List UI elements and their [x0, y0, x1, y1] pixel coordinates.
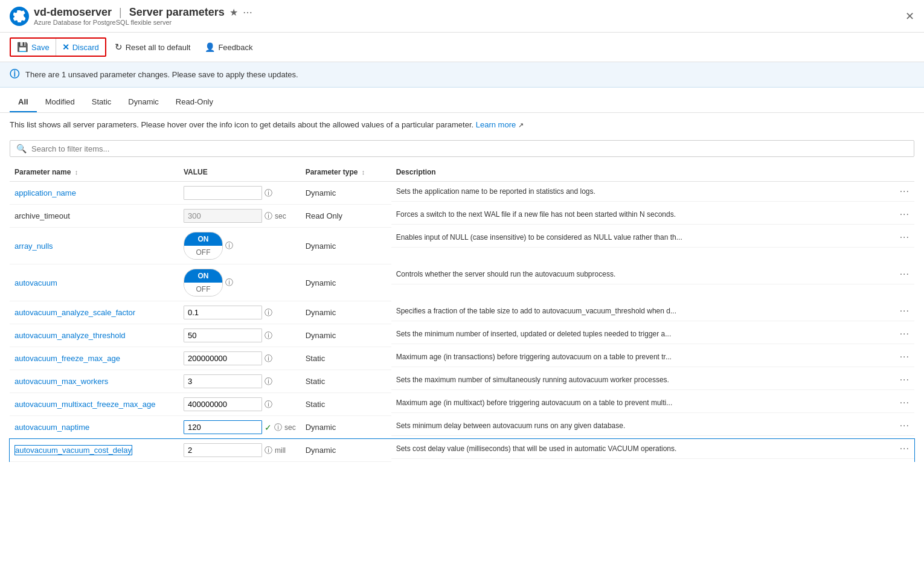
search-input[interactable]: [31, 144, 908, 153]
more-options-icon[interactable]: ⋯: [243, 7, 252, 18]
info-icon[interactable]: ⓘ: [265, 376, 272, 387]
discard-button[interactable]: ✕ Discard: [56, 39, 105, 56]
param-name-link[interactable]: autovacuum: [14, 278, 57, 287]
info-icon[interactable]: ⓘ: [265, 445, 272, 456]
info-icon[interactable]: ⓘ: [274, 422, 282, 433]
info-icon[interactable]: ⓘ: [265, 399, 272, 410]
row-context-menu[interactable]: ···: [900, 351, 910, 362]
value-input[interactable]: [184, 374, 262, 388]
param-name-link[interactable]: array_nulls: [14, 242, 53, 251]
external-link-icon: ↗: [518, 121, 524, 129]
param-name-link[interactable]: autovacuum_naptime: [14, 423, 89, 432]
value-input[interactable]: [184, 420, 262, 434]
search-wrapper[interactable]: 🔍: [10, 140, 914, 157]
toggle-switch[interactable]: ONOFF: [184, 232, 223, 260]
description-text: This list shows all server parameters. P…: [0, 113, 924, 136]
reset-button[interactable]: ↻ Reset all to default: [109, 39, 197, 56]
header-title-group: vd-demoserver | Server parameters ★ ⋯ Az…: [34, 6, 252, 26]
unit-label: mill: [275, 446, 286, 455]
param-type-cell: Static: [301, 347, 391, 370]
tab-all[interactable]: All: [10, 92, 37, 112]
row-context-menu[interactable]: ···: [900, 306, 910, 316]
param-name-link[interactable]: autovacuum_max_workers: [14, 377, 108, 386]
feedback-label: Feedback: [218, 43, 252, 52]
description-cell: Controls whether the server should run t…: [396, 270, 616, 278]
sort-icon-type[interactable]: ↕: [362, 168, 365, 176]
info-icon[interactable]: ⓘ: [225, 240, 233, 251]
row-context-menu[interactable]: ···: [900, 186, 910, 197]
close-icon[interactable]: ✕: [905, 10, 914, 23]
search-icon: 🔍: [16, 144, 27, 153]
learn-more-link[interactable]: Learn more: [476, 120, 516, 129]
param-type-cell: Dynamic: [301, 182, 391, 205]
reset-label: Reset all to default: [126, 43, 191, 52]
toggle-switch[interactable]: ONOFF: [184, 269, 223, 296]
row-context-menu[interactable]: ···: [900, 420, 910, 431]
feedback-button[interactable]: 👤 Feedback: [199, 39, 258, 55]
gear-icon: [13, 10, 25, 22]
page-header: vd-demoserver | Server parameters ★ ⋯ Az…: [0, 0, 924, 33]
toggle-on-label: ON: [184, 269, 222, 283]
param-type-cell: Dynamic: [301, 324, 391, 347]
value-input[interactable]: [184, 351, 262, 365]
save-discard-group: 💾 Save ✕ Discard: [10, 37, 106, 57]
check-icon: ✓: [265, 423, 272, 432]
table-row: application_nameⓘDynamicSets the applica…: [10, 182, 914, 205]
save-label: Save: [31, 43, 50, 52]
description-cell: Sets the minimum number of inserted, upd…: [396, 330, 672, 338]
row-context-menu[interactable]: ···: [900, 232, 910, 243]
info-icon[interactable]: ⓘ: [265, 353, 272, 364]
row-context-menu[interactable]: ···: [900, 443, 910, 454]
tab-readonly[interactable]: Read-Only: [167, 92, 222, 112]
server-name: vd-demoserver: [34, 6, 112, 19]
row-context-menu[interactable]: ···: [900, 374, 910, 385]
value-input[interactable]: [184, 186, 262, 200]
info-icon[interactable]: ⓘ: [265, 307, 272, 318]
param-name-link[interactable]: autovacuum_vacuum_cost_delay: [14, 445, 132, 455]
tab-dynamic[interactable]: Dynamic: [120, 92, 167, 112]
param-name-link[interactable]: autovacuum_multixact_freeze_max_age: [14, 400, 155, 409]
unit-label: sec: [275, 212, 286, 220]
param-name-link[interactable]: autovacuum_analyze_scale_factor: [14, 308, 135, 317]
table-row: autovacuumONOFF ⓘDynamicControls whether…: [10, 264, 914, 301]
tab-modified[interactable]: Modified: [37, 92, 83, 112]
param-type-cell: Dynamic: [301, 416, 391, 439]
favorite-icon[interactable]: ★: [229, 7, 238, 18]
row-context-menu[interactable]: ···: [900, 328, 910, 339]
description-cell: Sets cost delay value (milliseconds) tha…: [396, 444, 677, 453]
table-row: archive_timeoutⓘsecRead OnlyForces a swi…: [10, 205, 914, 228]
unit-label: sec: [284, 423, 296, 432]
row-context-menu[interactable]: ···: [900, 209, 910, 220]
banner-message: There are 1 unsaved parameter changes. P…: [25, 70, 298, 79]
table-header-row: Parameter name ↕ VALUE Parameter type ↕ …: [10, 163, 914, 182]
param-name-link[interactable]: autovacuum_freeze_max_age: [14, 354, 120, 363]
parameters-table: Parameter name ↕ VALUE Parameter type ↕ …: [10, 163, 914, 462]
value-input[interactable]: [184, 209, 262, 223]
param-name-link[interactable]: application_name: [14, 188, 76, 197]
info-icon[interactable]: ⓘ: [225, 277, 233, 288]
value-input[interactable]: [184, 328, 262, 342]
param-type-cell: Read Only: [301, 205, 391, 228]
save-button[interactable]: 💾 Save: [11, 39, 56, 56]
table-row: autovacuum_freeze_max_ageⓘStaticMaximum …: [10, 347, 914, 370]
param-type-cell: Dynamic: [301, 301, 391, 324]
value-input[interactable]: [184, 306, 262, 319]
row-context-menu[interactable]: ···: [900, 269, 910, 280]
value-input[interactable]: [184, 397, 262, 411]
table-row: autovacuum_analyze_thresholdⓘDynamicSets…: [10, 324, 914, 347]
table-row: autovacuum_max_workersⓘStaticSets the ma…: [10, 370, 914, 393]
description-cell: Maximum age (in transactions) before tri…: [396, 353, 672, 361]
table-body: application_nameⓘDynamicSets the applica…: [10, 182, 914, 462]
row-context-menu[interactable]: ···: [900, 397, 910, 408]
col-header-type: Parameter type ↕: [301, 163, 391, 182]
info-icon[interactable]: ⓘ: [265, 330, 272, 341]
info-icon: ⓘ: [10, 68, 19, 81]
tab-static[interactable]: Static: [83, 92, 120, 112]
value-input[interactable]: [184, 443, 262, 457]
param-name-link[interactable]: autovacuum_analyze_threshold: [14, 331, 126, 340]
sort-icon-name[interactable]: ↕: [75, 168, 79, 176]
table-row: autovacuum_multixact_freeze_max_ageⓘStat…: [10, 393, 914, 416]
description-cell: Sets the maximum number of simultaneousl…: [396, 376, 669, 384]
info-icon[interactable]: ⓘ: [265, 188, 272, 199]
info-icon[interactable]: ⓘ: [265, 211, 272, 222]
